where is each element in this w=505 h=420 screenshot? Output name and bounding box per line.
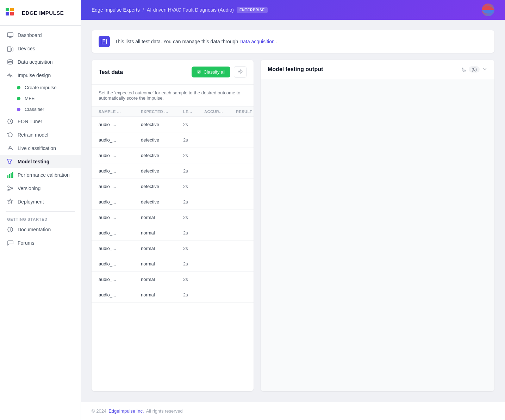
sidebar-item-data-acquisition[interactable]: Data acquisition xyxy=(0,55,81,69)
test-data-panel: Test data Classify all xyxy=(92,60,254,391)
sidebar-label-mfe: MFE xyxy=(25,96,35,101)
sidebar: EDGE IMPULSE Dashboard Devices Data acqu… xyxy=(0,0,81,420)
sidebar-label-create-impulse: Create impulse xyxy=(25,85,57,90)
sidebar-item-documentation[interactable]: Documentation xyxy=(0,223,81,236)
table-row: audio_... defective 2s ⋮ xyxy=(92,194,254,210)
getting-started-label: GETTING STARTED xyxy=(0,214,81,223)
monitor-icon xyxy=(7,32,13,38)
table-row: audio_... normal 2s ⋮ xyxy=(92,272,254,287)
dot-create-impulse xyxy=(17,86,20,89)
page-footer: © 2024 EdgeImpulse Inc. All rights reser… xyxy=(81,402,505,420)
sidebar-item-retrain-model[interactable]: Retrain model xyxy=(0,128,81,142)
sidebar-item-devices[interactable]: Devices xyxy=(0,42,81,55)
cell-length: 2s xyxy=(183,184,204,189)
sidebar-label-devices: Devices xyxy=(18,46,35,51)
svg-rect-1 xyxy=(6,12,9,15)
svg-point-16 xyxy=(11,188,13,189)
cell-length: 2s xyxy=(183,137,204,143)
logo-text: EDGE IMPULSE xyxy=(22,10,64,16)
cell-expected: normal xyxy=(141,230,183,236)
cell-sample: audio_... xyxy=(99,199,141,205)
svg-rect-4 xyxy=(7,33,13,37)
cell-sample: audio_... xyxy=(99,230,141,236)
svg-rect-12 xyxy=(11,173,12,178)
database-icon xyxy=(7,59,13,65)
sidebar-item-classifier[interactable]: Classifier xyxy=(0,104,81,115)
sidebar-item-forums[interactable]: Forums xyxy=(0,236,81,250)
enterprise-badge: ENTERPRISE xyxy=(237,7,268,13)
clipboard-icon xyxy=(101,38,107,45)
table-row: audio_... defective 2s ⋮ xyxy=(92,117,254,132)
footer-copyright: © 2024 xyxy=(92,408,106,414)
sidebar-item-create-impulse[interactable]: Create impulse xyxy=(0,82,81,93)
cell-sample: audio_... xyxy=(99,292,141,297)
cell-length: 2s xyxy=(183,230,204,236)
sidebar-item-dashboard[interactable]: Dashboard xyxy=(0,29,81,42)
sidebar-label-eon-tuner: EON Tuner xyxy=(18,119,42,124)
sidebar-label-deployment: Deployment xyxy=(18,199,44,205)
svg-rect-11 xyxy=(9,174,10,178)
model-output-controls: (0) xyxy=(461,66,487,73)
breadcrumb-separator: / xyxy=(143,7,144,13)
sidebar-item-model-testing[interactable]: Model testing xyxy=(0,155,81,168)
svg-rect-3 xyxy=(10,12,14,15)
user-avatar[interactable] xyxy=(482,4,494,16)
sidebar-label-dashboard: Dashboard xyxy=(18,32,42,38)
footer-company-link[interactable]: EdgeImpulse Inc. xyxy=(108,408,144,414)
notification-count: (0) xyxy=(469,66,480,73)
settings-button[interactable] xyxy=(234,66,247,78)
sidebar-item-impulse-design[interactable]: Impulse design xyxy=(0,69,81,82)
docs-icon xyxy=(7,226,13,233)
main-area: Edge Impulse Experts / AI-driven HVAC Fa… xyxy=(81,0,505,420)
notification-badge: (0) xyxy=(461,66,480,73)
live-icon xyxy=(7,145,13,151)
cell-length: 2s xyxy=(183,277,204,282)
sidebar-label-versioning: Versioning xyxy=(18,186,40,191)
table-header: SAMPLE ... EXPECTED ... LE... ACCUR... R… xyxy=(92,107,254,117)
sidebar-item-eon-tuner[interactable]: EON Tuner xyxy=(0,115,81,128)
sidebar-label-model-testing: Model testing xyxy=(18,159,49,164)
svg-rect-2 xyxy=(10,8,14,11)
sidebar-label-retrain-model: Retrain model xyxy=(18,132,48,138)
testing-icon xyxy=(7,158,13,165)
sidebar-item-live-classification[interactable]: Live classification xyxy=(0,142,81,155)
table-row: audio_... defective 2s ⋮ xyxy=(92,148,254,163)
cell-length: 2s xyxy=(183,292,204,297)
svg-point-9 xyxy=(10,147,11,149)
cell-length: 2s xyxy=(183,261,204,267)
sidebar-item-mfe[interactable]: MFE xyxy=(0,93,81,104)
sidebar-label-data-acquisition: Data acquisition xyxy=(18,59,53,65)
avatar-graphic xyxy=(482,4,494,16)
classify-all-button[interactable]: Classify all xyxy=(192,67,230,77)
page-header: Edge Impulse Experts / AI-driven HVAC Fa… xyxy=(81,0,505,20)
col-accuracy: ACCUR... xyxy=(204,109,236,114)
retrain-icon xyxy=(7,132,13,138)
sidebar-item-performance-calibration[interactable]: Performance calibration xyxy=(0,168,81,182)
sidebar-item-versioning[interactable]: Versioning xyxy=(0,182,81,195)
table-row: audio_... normal 2s ⋮ xyxy=(92,241,254,256)
col-sample: SAMPLE ... xyxy=(99,109,141,114)
panels-row: Test data Classify all xyxy=(92,60,494,391)
alert-link[interactable]: Data acquisition xyxy=(239,39,275,44)
cell-length: 2s xyxy=(183,199,204,205)
sidebar-item-deployment[interactable]: Deployment xyxy=(0,195,81,208)
cell-sample: audio_... xyxy=(99,261,141,267)
sidebar-label-documentation: Documentation xyxy=(18,227,51,232)
expand-button[interactable] xyxy=(482,67,487,73)
bell-off-icon xyxy=(461,67,467,72)
perf-icon xyxy=(7,172,13,178)
cell-sample: audio_... xyxy=(99,215,141,220)
cell-sample: audio_... xyxy=(99,277,141,282)
footer-rights: All rights reserved xyxy=(146,408,183,414)
breadcrumb-experts: Edge Impulse Experts xyxy=(92,7,140,13)
breadcrumb: Edge Impulse Experts / AI-driven HVAC Fa… xyxy=(92,7,268,13)
cell-expected: defective xyxy=(141,168,183,174)
dot-mfe xyxy=(17,97,20,100)
chevron-down-icon xyxy=(482,67,487,71)
test-data-description: Set the 'expected outcome' for each samp… xyxy=(92,84,254,107)
table-row: audio_... normal 2s ⋮ xyxy=(92,210,254,225)
nav-divider xyxy=(6,211,75,212)
cell-sample: audio_... xyxy=(99,168,141,174)
test-data-actions: Classify all xyxy=(192,66,247,78)
sidebar-label-forums: Forums xyxy=(18,240,34,246)
